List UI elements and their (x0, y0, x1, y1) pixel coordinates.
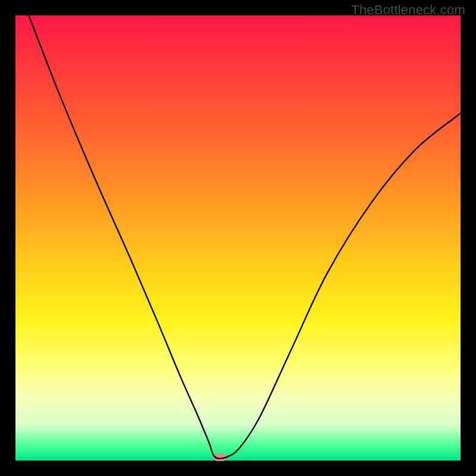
curve-path (29, 15, 461, 459)
curve-svg (15, 15, 461, 461)
plot-area (15, 15, 461, 461)
watermark-label: TheBottleneck.com (351, 2, 465, 18)
chart-frame: TheBottleneck.com (0, 0, 476, 476)
